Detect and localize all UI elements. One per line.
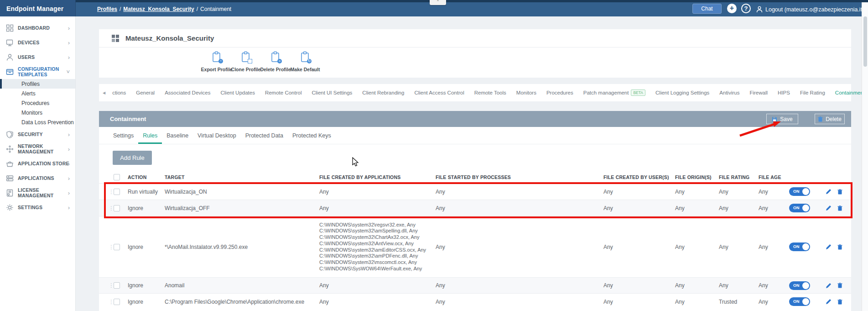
edit-pencil-icon[interactable] xyxy=(826,283,832,289)
tab-remote-control[interactable]: Remote Control xyxy=(260,90,307,95)
row-checkbox[interactable] xyxy=(114,244,120,250)
table-row: ⋮ Ignore *\AnoMail.Instalator.v9.99.250.… xyxy=(99,216,851,277)
delete-row-trash-icon[interactable] xyxy=(837,244,842,250)
breadcrumb-separator: / xyxy=(197,6,198,12)
rule-users: Any xyxy=(603,299,675,305)
delete-profile-icon: × xyxy=(270,51,281,63)
rule-enabled-toggle[interactable]: ON xyxy=(789,187,810,196)
edit-pencil-icon[interactable] xyxy=(826,189,832,195)
edit-pencil-icon[interactable] xyxy=(826,299,832,305)
rule-enabled-toggle[interactable]: ON xyxy=(789,297,810,306)
save-label: Save xyxy=(780,116,792,122)
delete-label: Delete xyxy=(826,116,842,122)
edit-pencil-icon[interactable] xyxy=(826,244,832,250)
sidebar-subitem-data-loss-prevention[interactable]: Data Loss Prevention xyxy=(0,117,75,127)
rule-rating: Any xyxy=(719,282,759,289)
tab-antivirus[interactable]: Antivirus xyxy=(714,90,744,95)
security-shield-icon xyxy=(6,131,14,138)
sidebar-subitem-monitors[interactable]: Monitors xyxy=(0,108,75,117)
drag-handle-icon[interactable]: ⋮ xyxy=(109,189,114,195)
save-button[interactable]: Save xyxy=(766,114,798,124)
tab-client-rebranding[interactable]: Client Rebranding xyxy=(357,90,409,95)
tab-general[interactable]: General xyxy=(131,90,160,95)
tab-associated-devices[interactable]: Associated Devices xyxy=(160,90,215,95)
drag-handle-icon[interactable]: ⋮ xyxy=(109,244,114,250)
subtab-rules[interactable]: Rules xyxy=(138,127,162,144)
delete-button[interactable]: Delete xyxy=(815,114,845,124)
chevron-right-icon: › xyxy=(68,25,70,32)
header-collapse-tab[interactable] xyxy=(430,0,446,5)
rule-age: Any xyxy=(759,299,789,305)
breadcrumb-current: Containment xyxy=(200,6,231,12)
row-checkbox[interactable] xyxy=(114,299,120,305)
tab-firewall[interactable]: Firewall xyxy=(744,90,773,95)
sidebar-item-security[interactable]: SECURITY› xyxy=(0,127,75,142)
breadcrumb-profiles-link[interactable]: Profiles xyxy=(97,6,117,12)
chevron-right-icon: › xyxy=(68,146,70,153)
rule-action: Ignore xyxy=(128,244,165,250)
tab-procedures[interactable]: Procedures xyxy=(541,90,578,95)
tab-client-access-control[interactable]: Client Access Control xyxy=(409,90,469,95)
tab-monitors[interactable]: Monitors xyxy=(511,90,541,95)
profile-icon xyxy=(112,35,120,42)
sidebar-item-license-management[interactable]: LICENSE MANAGEMENT› xyxy=(0,185,75,200)
tab-hips[interactable]: HIPS xyxy=(773,90,795,95)
vertical-scrollbar[interactable] xyxy=(862,2,868,311)
sidebar-item-users[interactable]: USERS› xyxy=(0,50,75,64)
select-all-checkbox[interactable] xyxy=(114,174,120,180)
make-default-button[interactable]: ↻ Make Default xyxy=(287,51,323,72)
drag-handle-icon[interactable]: ⋮ xyxy=(109,205,114,211)
sidebar-item-network-management[interactable]: NETWORK MANAGEMENT› xyxy=(0,142,75,156)
drag-handle-icon[interactable]: ⋮ xyxy=(109,282,114,289)
subtab-protected-data[interactable]: Protected Data xyxy=(241,127,288,144)
row-checkbox[interactable] xyxy=(114,205,120,211)
chat-button[interactable]: Chat xyxy=(692,4,722,14)
rule-files: Any xyxy=(319,282,436,289)
add-rule-button[interactable]: Add Rule xyxy=(113,151,152,165)
server-stack-icon xyxy=(6,174,14,182)
sidebar-item-settings[interactable]: SETTINGS› xyxy=(0,200,75,215)
subtab-settings[interactable]: Settings xyxy=(109,127,138,144)
rule-age: Any xyxy=(759,244,789,250)
rule-files: C:\WINDOWS\system32\regsvr32.exe, Any C:… xyxy=(319,222,436,272)
delete-row-trash-icon[interactable] xyxy=(837,206,842,211)
rule-enabled-toggle[interactable]: ON xyxy=(789,204,810,212)
sidebar-item-dashboard[interactable]: DASHBOARD› xyxy=(0,21,75,35)
license-icon xyxy=(6,189,14,197)
rule-enabled-toggle[interactable]: ON xyxy=(789,281,810,290)
sidebar-subitem-alerts[interactable]: Alerts xyxy=(0,89,75,98)
sidebar-subitem-procedures[interactable]: Procedures xyxy=(0,98,75,108)
app-window: Endpoint Manager Profiles/Mateusz_Konsol… xyxy=(0,0,868,311)
scrollbar-thumb[interactable] xyxy=(863,16,867,67)
tab-file-rating[interactable]: File Rating xyxy=(795,90,830,95)
tab-client-updates[interactable]: Client Updates xyxy=(215,90,260,95)
delete-row-trash-icon[interactable] xyxy=(837,283,842,288)
tab-client-ui-settings[interactable]: Client UI Settings xyxy=(307,90,357,95)
delete-row-trash-icon[interactable] xyxy=(837,189,842,195)
subtab-virtual-desktop[interactable]: Virtual Desktop xyxy=(193,127,241,144)
help-icon[interactable]: ? xyxy=(741,4,751,13)
tab-truncated[interactable]: ctions xyxy=(107,90,131,95)
sidebar-item-application-store[interactable]: APPLICATION STORE› xyxy=(0,156,75,171)
tabs-scroll-left-icon[interactable]: ◀ xyxy=(101,91,107,95)
rule-enabled-toggle[interactable]: ON xyxy=(789,242,810,251)
sidebar-item-configuration-templates[interactable]: CONFIGURATION TEMPLATES˅ xyxy=(0,64,75,79)
row-checkbox[interactable] xyxy=(114,189,120,195)
breadcrumb-profile-link[interactable]: Mateusz_Konsola_Security xyxy=(123,6,194,12)
tab-client-logging-settings[interactable]: Client Logging Settings xyxy=(650,90,714,95)
sidebar-item-applications[interactable]: APPLICATIONS› xyxy=(0,171,75,185)
edit-pencil-icon[interactable] xyxy=(826,205,832,211)
row-checkbox[interactable] xyxy=(114,282,120,289)
tab-remote-tools[interactable]: Remote Tools xyxy=(469,90,511,95)
sidebar-subitem-profiles[interactable]: Profiles xyxy=(0,79,75,89)
table-row: ⋮ Run virtually Wirtualizacja_ON Any Any… xyxy=(99,183,851,200)
sidebar-item-devices[interactable]: DEVICES› xyxy=(0,35,75,50)
delete-row-trash-icon[interactable] xyxy=(837,299,842,305)
add-device-icon[interactable]: + xyxy=(727,4,737,13)
subtab-protected-keys[interactable]: Protected Keys xyxy=(288,127,336,144)
subtab-baseline[interactable]: Baseline xyxy=(162,127,193,144)
drag-handle-icon[interactable]: ⋮ xyxy=(109,299,114,305)
rule-age: Any xyxy=(759,189,789,195)
logout-button[interactable]: Logout (mateusz.o@zabezpieczenia.it) xyxy=(756,2,864,16)
tab-patch-management[interactable]: Patch managementBETA xyxy=(578,90,650,96)
